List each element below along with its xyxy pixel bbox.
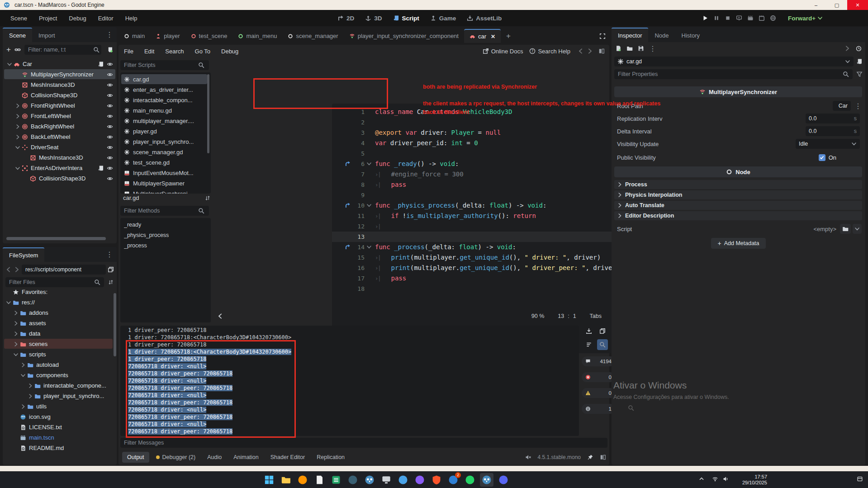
replication-interval-field[interactable]: 0.0 s: [806, 114, 860, 123]
expand-icon[interactable]: [599, 33, 606, 39]
scene-tree-node[interactable]: MeshInstance3D: [3, 80, 117, 90]
new-resource-icon[interactable]: [615, 45, 621, 52]
chevron-down-icon[interactable]: [6, 62, 13, 67]
search-output[interactable]: [597, 339, 608, 350]
dock-menu-icon[interactable]: ⋮: [106, 30, 113, 39]
filter-methods-input[interactable]: [120, 206, 209, 216]
line-number[interactable]: 4: [350, 138, 365, 148]
script-menu-edit[interactable]: Edit: [139, 45, 160, 57]
chevron-right-icon[interactable]: [13, 331, 19, 336]
chevron-right-icon[interactable]: [20, 404, 26, 409]
script-list-item[interactable]: InputEventMouseMot...: [120, 168, 211, 178]
fold-chevron-icon[interactable]: [366, 161, 372, 166]
scene-tree-node[interactable]: MeshInstance3D: [3, 152, 117, 163]
filesystem-item[interactable]: player_input_synchro...: [3, 391, 114, 401]
renderer-selector[interactable]: Forward+: [788, 10, 823, 26]
save-resource-icon[interactable]: [638, 45, 644, 52]
sort-icon[interactable]: [108, 279, 114, 285]
script-list-item[interactable]: scene_manager.gd: [120, 147, 211, 157]
workspace-tab-script[interactable]: Script: [388, 10, 425, 26]
tab-scene[interactable]: Scene: [3, 28, 32, 42]
error-count[interactable]: 0: [582, 372, 615, 382]
save-output[interactable]: [583, 326, 594, 336]
load-resource-icon[interactable]: [626, 45, 633, 52]
menu-help[interactable]: Help: [119, 10, 143, 26]
attach-script-icon[interactable]: [107, 47, 113, 53]
bottom-tab-output[interactable]: Output: [122, 452, 149, 463]
menu-debug[interactable]: Debug: [63, 10, 92, 26]
workspace-tab-game[interactable]: Game: [425, 10, 462, 26]
script-list-item[interactable]: interactable_compon...: [120, 95, 211, 105]
filesystem-item[interactable]: interactable_compone...: [3, 380, 114, 391]
filesystem-item[interactable]: main.tscn: [3, 432, 114, 443]
script-list-item[interactable]: enter_as_driver_inter...: [120, 85, 211, 95]
search-help-link[interactable]: ? Search Help: [529, 48, 570, 55]
instance-scene-icon[interactable]: [14, 47, 21, 53]
method-item[interactable]: _process: [120, 240, 211, 251]
visibility-toggle-icon[interactable]: [107, 71, 113, 78]
chevron-right-icon[interactable]: [13, 321, 19, 326]
script-list-item[interactable]: MultiplayerSpawner: [120, 178, 211, 189]
script-menu-file[interactable]: File: [119, 45, 139, 57]
visibility-update-dropdown[interactable]: Idle: [796, 139, 860, 149]
visibility-toggle-icon[interactable]: [107, 92, 113, 99]
add-node-icon[interactable]: +: [6, 45, 11, 54]
sort-methods-icon[interactable]: [204, 195, 211, 201]
chevron-right-icon[interactable]: [20, 362, 26, 368]
play-custom-scene-button[interactable]: [759, 15, 765, 21]
line-number[interactable]: 17: [350, 273, 365, 284]
line-number[interactable]: 10: [350, 200, 365, 211]
checkbox-checked-icon[interactable]: [819, 154, 825, 161]
line-number[interactable]: 15: [350, 252, 365, 263]
scene-tab-player_input_synchronizer_component[interactable]: player_input_synchronizer_component: [344, 29, 464, 43]
filesystem-item[interactable]: utils: [3, 401, 114, 412]
chevron-right-icon[interactable]: [14, 114, 21, 119]
scene-tab-main_menu[interactable]: main_menu: [232, 29, 282, 43]
bottom-tab-audio[interactable]: Audio: [202, 452, 227, 463]
tab-filesystem[interactable]: FileSystem: [3, 247, 44, 262]
line-number[interactable]: 8: [350, 180, 365, 190]
scene-tab-car[interactable]: car✕: [464, 29, 501, 43]
focus-path-icon[interactable]: [108, 266, 114, 273]
method-item[interactable]: _ready: [120, 219, 211, 230]
attached-script-icon[interactable]: [98, 165, 104, 171]
chevron-right-icon[interactable]: [14, 103, 21, 109]
script-list-item[interactable]: MultiplayerSynchroni: [120, 189, 211, 194]
pin-bottom-panel-icon[interactable]: [587, 454, 593, 460]
filesystem-item[interactable]: data: [3, 328, 114, 339]
taskbar-display-app[interactable]: [379, 473, 393, 487]
minimize-button[interactable]: –: [806, 0, 826, 10]
network-icon[interactable]: [712, 476, 718, 482]
workspace-tab-3d[interactable]: 3D: [360, 10, 387, 26]
taskbar-notepad[interactable]: [313, 473, 326, 487]
add-metadata-button[interactable]: + Add Metadata: [711, 238, 765, 249]
inspector-group-physics-interpolation[interactable]: Physics Interpolation: [614, 190, 862, 199]
chevron-down-icon[interactable]: [20, 373, 26, 378]
script-list-item[interactable]: main_menu.gd: [120, 105, 211, 116]
maximize-button[interactable]: ▢: [826, 0, 847, 10]
scene-tree-node[interactable]: BackLeftWheel: [3, 132, 117, 142]
chevron-down-icon[interactable]: [853, 224, 862, 234]
script-list-scrollbar[interactable]: [207, 74, 209, 153]
visibility-toggle-icon[interactable]: [107, 61, 113, 67]
script-list-item[interactable]: car.gd: [120, 74, 211, 85]
filesystem-item[interactable]: scripts: [3, 349, 114, 360]
quick-load-icon[interactable]: [840, 224, 851, 234]
delta-interval-field[interactable]: 0.0 s: [806, 126, 860, 136]
message-count[interactable]: 4194: [582, 356, 615, 366]
collapse-duplicates[interactable]: [583, 339, 594, 350]
tab-history[interactable]: History: [675, 28, 706, 42]
script-resource-dropdown[interactable]: car.gd: [614, 57, 854, 66]
path-input[interactable]: [22, 265, 106, 275]
script-list-item[interactable]: player_input_synchro...: [120, 137, 211, 147]
scene-tree-node[interactable]: FrontRightWheel: [3, 100, 117, 111]
file-filter-input[interactable]: [5, 277, 104, 287]
script-menu-debug[interactable]: Debug: [216, 45, 244, 57]
taskbar-discord[interactable]: [497, 473, 510, 487]
bottom-tab-animation[interactable]: Animation: [228, 452, 264, 463]
script-list-item[interactable]: test_scene.gd: [120, 157, 211, 168]
chevron-right-icon[interactable]: [13, 341, 19, 347]
indent-type[interactable]: Tabs: [590, 313, 602, 319]
scene-tree-node[interactable]: BackRightWheel: [3, 121, 117, 132]
scene-tree-node[interactable]: CollisionShape3D: [3, 173, 117, 184]
